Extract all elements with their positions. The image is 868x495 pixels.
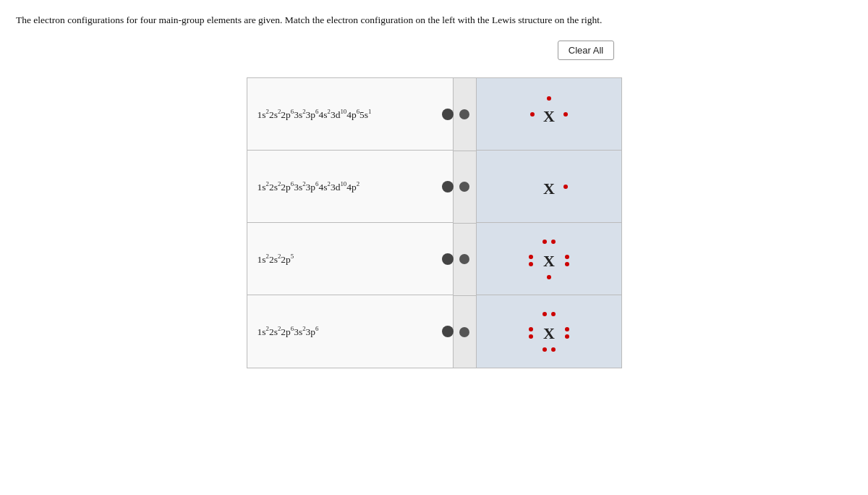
middle-cell-3[interactable] <box>454 224 476 296</box>
lewis-row-1[interactable]: X <box>477 78 621 151</box>
drag-handle-left-1[interactable] <box>442 109 454 120</box>
svg-point-9 <box>565 255 569 259</box>
right-column: X X <box>477 78 621 368</box>
svg-text:X: X <box>543 179 555 198</box>
svg-point-7 <box>529 255 533 259</box>
svg-point-21 <box>542 347 547 352</box>
lewis-row-4[interactable]: X <box>477 295 621 368</box>
svg-point-19 <box>542 312 547 316</box>
svg-point-13 <box>547 275 551 279</box>
lewis-structure-2: X <box>524 165 574 208</box>
matching-area: 1s22s22p63s23p64s23d104p65s1 1s22s22p63s… <box>247 77 622 368</box>
config-text-2: 1s22s22p63s23p64s23d104p2 <box>258 179 360 195</box>
svg-point-22 <box>551 347 556 352</box>
drag-handle-left-3[interactable] <box>442 253 454 265</box>
drag-handle-mid-4[interactable] <box>459 327 469 337</box>
drag-handle-left-4[interactable] <box>442 326 454 337</box>
svg-point-12 <box>551 240 556 244</box>
config-row-2[interactable]: 1s22s22p63s23p64s23d104p2 <box>247 151 453 223</box>
svg-text:X: X <box>543 324 555 342</box>
instruction-text: The electron configurations for four mai… <box>16 13 852 28</box>
lewis-structure-3: X <box>524 237 574 281</box>
drag-handle-mid-2[interactable] <box>459 182 469 192</box>
config-text-4: 1s22s22p63s23p6 <box>258 323 319 339</box>
config-text-1: 1s22s22p63s23p64s23d104p65s1 <box>258 106 372 122</box>
svg-text:X: X <box>543 107 555 125</box>
drag-handle-mid-3[interactable] <box>459 254 469 264</box>
lewis-structure-4: X <box>524 310 574 353</box>
lewis-row-3[interactable]: X <box>477 223 621 295</box>
svg-point-8 <box>529 262 533 266</box>
svg-point-2 <box>563 112 568 117</box>
lewis-row-2[interactable]: X <box>477 151 621 223</box>
middle-cell-4[interactable] <box>454 296 476 368</box>
middle-cell-2[interactable] <box>454 151 476 224</box>
svg-point-3 <box>547 96 551 101</box>
lewis-structure-1: X <box>524 93 574 136</box>
svg-point-15 <box>529 327 533 331</box>
svg-point-10 <box>565 262 569 266</box>
left-column: 1s22s22p63s23p64s23d104p65s1 1s22s22p63s… <box>247 78 454 368</box>
svg-point-18 <box>565 334 569 339</box>
svg-point-5 <box>563 185 568 189</box>
middle-cell-1[interactable] <box>454 78 476 151</box>
config-row-4[interactable]: 1s22s22p63s23p6 <box>247 295 453 368</box>
svg-point-11 <box>542 240 547 244</box>
clear-all-button[interactable]: Clear All <box>558 41 614 60</box>
svg-text:X: X <box>543 252 555 270</box>
middle-column <box>454 78 477 368</box>
svg-point-20 <box>551 312 556 316</box>
drag-handle-mid-1[interactable] <box>459 109 469 119</box>
svg-point-16 <box>529 334 533 339</box>
main-container: Clear All 1s22s22p63s23p64s23d104p65s1 1… <box>16 41 852 368</box>
config-row-3[interactable]: 1s22s22p5 <box>247 223 453 295</box>
drag-handle-left-2[interactable] <box>442 181 454 192</box>
svg-point-17 <box>565 327 569 331</box>
config-text-3: 1s22s22p5 <box>258 251 294 267</box>
config-row-1[interactable]: 1s22s22p63s23p64s23d104p65s1 <box>247 78 453 151</box>
svg-point-1 <box>530 112 535 117</box>
